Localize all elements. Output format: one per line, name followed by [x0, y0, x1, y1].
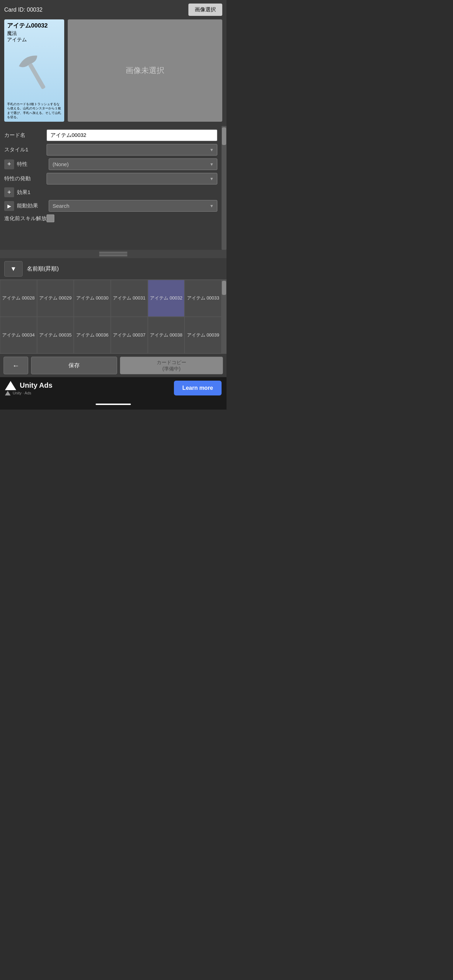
image-placeholder: 画像未選択: [68, 19, 222, 122]
active-effect-row: ▶ 能動効果 Search ▼: [4, 200, 217, 212]
active-effect-play-button[interactable]: ▶: [4, 201, 14, 211]
nav-indicator: [95, 404, 131, 405]
divider-line-1: [99, 252, 127, 253]
card-name-label: カード名: [4, 132, 46, 138]
divider-line-3: [99, 255, 127, 256]
copy-button[interactable]: カードコピー (準備中): [120, 356, 223, 374]
card-title: アイテム00032: [7, 22, 61, 30]
copy-label: カードコピー (準備中): [157, 359, 186, 372]
card-type: 魔法: [7, 30, 61, 37]
form-section: カード名 スタイル1 ▼ + 特性 (None) ▼: [0, 126, 227, 250]
trait-trigger-select-wrapper: ▼: [46, 173, 217, 185]
action-bar: ← 保存 カードコピー (準備中): [0, 353, 227, 377]
active-effect-label: 能動効果: [17, 202, 49, 209]
back-icon: ←: [12, 361, 19, 370]
grid-card[interactable]: アイテム 00030: [74, 280, 111, 317]
card-preview: アイテム00032 魔法 アイテム: [4, 19, 64, 122]
card-grid-wrapper: アイテム 00028アイテム 00029アイテム 00030アイテム 00031…: [0, 279, 227, 353]
ad-logo: Unity Ads Unity · Ads: [5, 381, 52, 395]
card-preview-row: アイテム00032 魔法 アイテム: [4, 19, 222, 122]
grid-card[interactable]: アイテム 00038: [148, 317, 185, 354]
style1-select[interactable]: [46, 144, 217, 156]
trait-trigger-label: 特性の発動: [4, 175, 46, 182]
card-id-label: Card ID: 00032: [4, 7, 188, 13]
grid-scrollbar[interactable]: [222, 279, 227, 353]
trait-add-button[interactable]: +: [4, 159, 14, 169]
style1-label: スタイル1: [4, 146, 46, 153]
effect1-label: 効果1: [17, 189, 49, 196]
grid-card[interactable]: アイテム 00032: [148, 280, 185, 317]
grid-card[interactable]: アイテム 00029: [37, 280, 74, 317]
card-grid: アイテム 00028アイテム 00029アイテム 00030アイテム 00031…: [0, 279, 222, 353]
unity-logo-icon: [5, 381, 16, 390]
active-effect-select-wrapper: Search ▼: [49, 200, 217, 212]
style1-select-wrapper: ▼: [46, 144, 217, 156]
pre-evolution-checkbox[interactable]: [46, 215, 54, 222]
card-subtype: アイテム: [7, 37, 61, 43]
card-description: 手札のカードを2枚トラッシュするなら使える。山札のモンスターから１枚まで選び、手…: [7, 102, 61, 119]
trait-label: 特性: [17, 161, 49, 167]
pre-evolution-label: 進化前スキル解放: [4, 215, 46, 222]
grid-card[interactable]: アイテム 00035: [37, 317, 74, 354]
grid-card[interactable]: アイテム 00034: [0, 317, 37, 354]
save-button[interactable]: 保存: [31, 356, 117, 374]
grid-card[interactable]: アイテム 00033: [184, 280, 222, 317]
ad-brand-name: Unity Ads: [20, 381, 52, 390]
grid-card[interactable]: アイテム 00028: [0, 280, 37, 317]
nav-bar: [0, 399, 227, 410]
top-bar: Card ID: 00032 画像選択: [4, 3, 222, 16]
form-section-wrapper: カード名 スタイル1 ▼ + 特性 (None) ▼: [0, 126, 227, 250]
form-spacer: [4, 225, 217, 246]
grid-scrollbar-thumb: [222, 281, 226, 295]
pre-evolution-row: 進化前スキル解放: [4, 215, 217, 222]
top-section: Card ID: 00032 画像選択 アイテム00032 魔法 アイテム: [0, 0, 227, 126]
ad-sub-row: Unity · Ads: [5, 391, 32, 395]
sort-label: 名前順(昇順): [27, 265, 59, 273]
svg-rect-0: [28, 63, 46, 90]
divider-lines: [99, 252, 127, 256]
card-grid-section: アイテム 00028アイテム 00029アイテム 00030アイテム 00031…: [0, 279, 227, 353]
effect1-row: + 効果1: [4, 187, 217, 197]
sort-bar: ▼ 名前順(昇順): [0, 258, 227, 279]
effect1-add-button[interactable]: +: [4, 187, 14, 197]
active-effect-select[interactable]: Search: [49, 200, 217, 212]
pre-evolution-checkbox-container: [46, 215, 54, 222]
card-image-area: [7, 43, 61, 100]
trait-row: + 特性 (None) ▼: [4, 158, 217, 170]
grid-card[interactable]: アイテム 00039: [184, 317, 222, 354]
unity-small-icon: [5, 391, 11, 395]
image-select-button[interactable]: 画像選択: [188, 3, 222, 16]
back-button[interactable]: ←: [3, 356, 28, 374]
card-name-input[interactable]: [46, 129, 217, 141]
trait-trigger-row: 特性の発動 ▼: [4, 173, 217, 185]
card-name-row: カード名: [4, 129, 217, 141]
grid-card[interactable]: アイテム 00036: [74, 317, 111, 354]
grid-card[interactable]: アイテム 00037: [111, 317, 148, 354]
divider-bar: [0, 250, 227, 258]
style1-row: スタイル1 ▼: [4, 144, 217, 156]
ad-sub-label: Unity · Ads: [13, 391, 32, 395]
learn-more-button[interactable]: Learn more: [174, 381, 222, 395]
trait-trigger-select[interactable]: [46, 173, 217, 185]
trait-select[interactable]: (None): [49, 158, 217, 170]
form-scrollbar[interactable]: [222, 126, 227, 250]
sort-arrow-icon: ▼: [10, 265, 17, 273]
pickaxe-icon: [17, 49, 52, 95]
form-scrollbar-thumb: [222, 127, 226, 145]
ad-banner: Unity Ads Unity · Ads Learn more: [0, 377, 227, 399]
divider-line-2: [99, 254, 127, 255]
grid-card[interactable]: アイテム 00031: [111, 280, 148, 317]
trait-select-wrapper: (None) ▼: [49, 158, 217, 170]
sort-dropdown-button[interactable]: ▼: [4, 261, 22, 277]
